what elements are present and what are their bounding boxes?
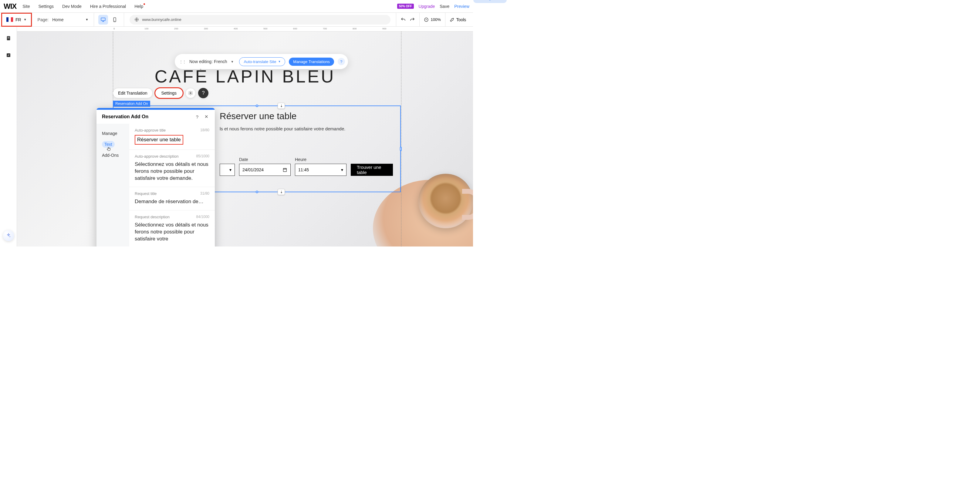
field-value: Sélectionnez vos détails et nous ferons …	[135, 161, 209, 182]
desktop-view-button[interactable]	[98, 15, 108, 25]
element-settings-button[interactable]: Settings	[155, 88, 183, 98]
left-sidebar	[0, 27, 17, 246]
wix-logo[interactable]: WIX	[4, 2, 16, 11]
gear-icon	[188, 91, 193, 95]
chevron-down-icon: ▾	[229, 167, 232, 172]
editor-canvas[interactable]: 0 100 200 300 400 500 600 700 800 900 CA…	[17, 27, 473, 246]
field-value-highlighted[interactable]: Réserver une table	[135, 135, 183, 144]
menu-devmode[interactable]: Dev Mode	[62, 4, 82, 9]
now-editing-label: Now editing: French	[189, 59, 227, 64]
auto-translate-button[interactable]: Auto-translate Site ▼	[239, 57, 285, 66]
widget-title: Réserver une table	[220, 111, 393, 121]
field-value: Sélectionnez vos détails et nous ferons …	[135, 222, 209, 243]
horizontal-ruler: 0 100 200 300 400 500 600 700 800 900	[17, 27, 473, 32]
field-value: Demande de réservation de…	[135, 198, 209, 205]
device-switch	[94, 15, 124, 25]
url-bar[interactable]: www.bunnycafe.online	[130, 15, 390, 25]
discount-badge: 50% OFF	[397, 4, 414, 9]
menu-hire[interactable]: Hire a Professional	[90, 4, 126, 9]
tools-button[interactable]: Tools	[445, 17, 471, 22]
edit-panel-button[interactable]	[4, 50, 13, 60]
char-count: 31/80	[200, 191, 209, 195]
resize-handle-right[interactable]	[400, 147, 402, 151]
calendar-icon	[282, 167, 287, 172]
nav-addons[interactable]: Add-Ons	[97, 150, 129, 161]
svg-point-9	[10, 236, 10, 237]
date-value: 24/01/2024	[242, 167, 264, 172]
menu-help[interactable]: Help	[134, 4, 143, 9]
page-label: Page:	[38, 17, 49, 22]
date-label: Date	[239, 157, 291, 162]
secondbar: FR ▼ Page: Home ▼ www.bunnycafe.online 1…	[0, 13, 473, 27]
resize-handle-top[interactable]	[256, 105, 258, 107]
section-auto-approve-title[interactable]: Auto-approve title 18/80 Réserver une ta…	[129, 124, 215, 150]
svg-rect-7	[8, 38, 10, 38]
zoom-control[interactable]: 100%	[420, 17, 445, 22]
widget-desc: ls et nous ferons notre possible pour sa…	[220, 126, 393, 131]
ai-assistant-button[interactable]	[3, 230, 14, 241]
globe-icon	[134, 17, 139, 22]
nav-manage[interactable]: Manage	[97, 128, 129, 139]
menu-settings[interactable]: Settings	[38, 4, 54, 9]
zoom-value: 100%	[431, 17, 441, 22]
field-label: Request title	[135, 191, 209, 196]
question-icon: ?	[202, 90, 205, 96]
upgrade-link[interactable]: Upgrade	[419, 4, 435, 9]
find-table-button[interactable]: Trouver une table	[351, 164, 393, 176]
undo-redo-group	[396, 17, 419, 22]
translation-toolbar: ⋮⋮ Now editing: French ▼ Auto-translate …	[175, 54, 348, 69]
tools-label: Tools	[456, 17, 466, 22]
gear-icon-button[interactable]	[185, 88, 196, 98]
section-request-description[interactable]: Request description 84/1000 Sélectionnez…	[129, 211, 215, 246]
help-button[interactable]: ?	[338, 58, 345, 65]
svg-point-10	[190, 92, 191, 94]
char-count: 84/1000	[196, 215, 209, 219]
section-request-title[interactable]: Request title 31/80 Demande de réservati…	[129, 187, 215, 211]
undo-button[interactable]	[401, 17, 406, 22]
chevron-down-icon: ▼	[86, 18, 89, 21]
time-label: Heure	[295, 157, 347, 162]
char-count: 18/80	[200, 128, 209, 132]
reservation-widget: Réserver une table ls et nous ferons not…	[220, 111, 393, 187]
drag-handle-icon[interactable]: ⋮⋮	[179, 59, 186, 64]
svg-rect-0	[101, 18, 106, 21]
stretch-bottom-button[interactable]: ⇣	[278, 189, 285, 195]
party-size-select[interactable]: ▾	[220, 164, 235, 176]
flag-france-icon	[6, 17, 13, 22]
time-value: 11:45	[298, 167, 309, 172]
section-auto-approve-description[interactable]: Auto-approve description 85/1000 Sélecti…	[129, 150, 215, 187]
topbar: WIX Site Settings Dev Mode Hire a Profes…	[0, 0, 473, 13]
site-heading[interactable]: CAFÉ LAPIN BLEU	[154, 66, 335, 86]
panel-help-button[interactable]: ?	[194, 114, 200, 119]
redo-button[interactable]	[410, 17, 415, 22]
zoom-out-icon	[424, 17, 429, 22]
svg-rect-6	[8, 37, 10, 37]
element-toolbar: Edit Translation Settings ?	[113, 88, 208, 98]
nav-text[interactable]: Text	[97, 139, 129, 150]
time-input[interactable]: 11:45 ▾	[295, 164, 347, 176]
guide-right	[401, 32, 401, 246]
pages-panel-button[interactable]	[4, 33, 13, 43]
stretch-top-button[interactable]: ⇣	[278, 103, 285, 109]
page-name: Home	[52, 17, 64, 22]
page-selector[interactable]: Page: Home ▼	[32, 17, 94, 22]
language-code: FR	[16, 17, 21, 22]
edit-translation-button[interactable]: Edit Translation	[113, 88, 153, 98]
date-input[interactable]: 24/01/2024	[239, 164, 291, 176]
selection-label: Reservation Add On	[113, 101, 150, 107]
save-button[interactable]: Save	[440, 4, 449, 9]
resize-handle-bottom[interactable]	[256, 191, 258, 193]
chevron-down-icon[interactable]: ▼	[231, 60, 234, 63]
help-icon-button[interactable]: ?	[198, 88, 208, 98]
chevron-down-icon: ▾	[341, 167, 343, 172]
preview-button[interactable]: Preview	[454, 4, 469, 9]
menu-site[interactable]: Site	[22, 4, 30, 9]
url-text: www.bunnycafe.online	[142, 17, 181, 22]
mobile-view-button[interactable]	[110, 15, 119, 25]
language-selector[interactable]: FR ▼	[1, 13, 32, 27]
panel-close-button[interactable]: ✕	[203, 114, 209, 119]
manage-translations-button[interactable]: Manage Translations	[289, 58, 334, 66]
panel-nav: Manage Text Add-Ons	[97, 124, 129, 246]
chevron-down-icon: ▼	[278, 60, 281, 63]
panel-content: Auto-approve title 18/80 Réserver une ta…	[129, 124, 215, 246]
